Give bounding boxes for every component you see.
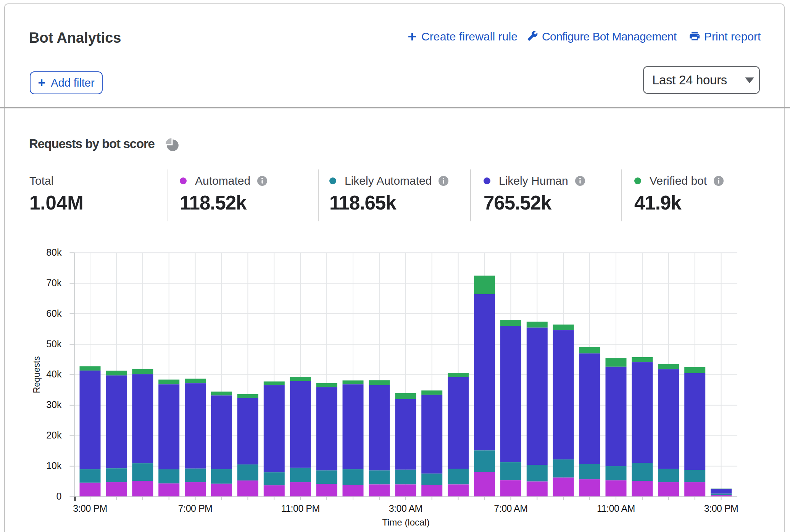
svg-text:70k: 70k — [46, 277, 62, 288]
svg-text:60k: 60k — [46, 308, 62, 319]
svg-text:7:00 AM: 7:00 AM — [494, 503, 527, 514]
svg-text:40k: 40k — [46, 369, 62, 379]
svg-text:Time (local): Time (local) — [382, 517, 429, 527]
svg-text:80k: 80k — [46, 247, 62, 258]
svg-text:7:00 PM: 7:00 PM — [178, 503, 213, 514]
svg-text:3:00 PM: 3:00 PM — [73, 503, 107, 514]
svg-text:20k: 20k — [46, 430, 62, 440]
svg-text:3:00 AM: 3:00 AM — [389, 503, 422, 514]
svg-text:11:00 PM: 11:00 PM — [281, 503, 320, 514]
svg-text:30k: 30k — [46, 399, 62, 410]
svg-text:3:00 PM: 3:00 PM — [704, 503, 738, 514]
svg-text:50k: 50k — [46, 339, 62, 349]
svg-text:10k: 10k — [46, 460, 62, 471]
svg-text:0: 0 — [56, 491, 62, 501]
svg-text:Requests: Requests — [32, 356, 42, 393]
svg-text:11:00 AM: 11:00 AM — [597, 503, 635, 514]
